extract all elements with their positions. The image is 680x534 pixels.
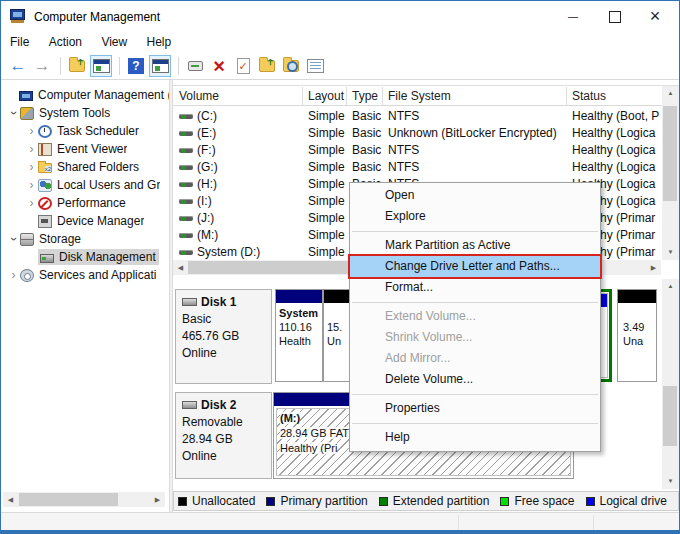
screen-tip-icon[interactable] <box>184 55 206 77</box>
menu-item-change-drive-letter[interactable]: Change Drive Letter and Paths... <box>350 256 600 277</box>
tree-item-shared-folders[interactable]: Shared Folders <box>1 158 169 176</box>
menu-item-help[interactable]: Help <box>350 427 600 448</box>
chevron-collapsed-icon[interactable] <box>25 124 38 138</box>
legend-primary-partition: Primary partition <box>266 494 367 508</box>
volume-row-e[interactable]: (E:)Simple BasicUnknown (BitLocker Encry… <box>173 125 662 142</box>
disk-view-vertical-scrollbar[interactable]: ▲ ▼ <box>662 279 679 489</box>
disk1-label-box[interactable]: Disk 1 Basic 465.76 GB Online <box>175 289 272 384</box>
chevron-collapsed-icon[interactable] <box>7 268 20 282</box>
scrollbar-thumb[interactable] <box>663 106 677 201</box>
tree-item-local-users-groups[interactable]: Local Users and Gr <box>1 176 169 194</box>
column-type[interactable]: Type <box>352 89 378 103</box>
menu-separator <box>352 302 598 303</box>
menu-separator <box>352 394 598 395</box>
performance-icon <box>38 197 52 210</box>
tree-item-system-tools[interactable]: System Tools <box>1 104 169 122</box>
menu-item-delete-volume[interactable]: Delete Volume... <box>350 369 600 390</box>
chevron-expanded-icon[interactable] <box>7 232 20 246</box>
clock-icon <box>38 125 52 138</box>
menu-item-mark-partition-active[interactable]: Mark Partition as Active <box>350 235 600 256</box>
disk1-partition-unallocated-2[interactable]: 3.49 Una <box>617 289 657 382</box>
minimize-button[interactable] <box>553 1 593 32</box>
menu-view[interactable]: View <box>101 32 136 49</box>
volume-row-c[interactable]: (C:)Simple BasicNTFS Healthy (Boot, P <box>173 108 662 125</box>
scroll-up-icon[interactable]: ▲ <box>663 86 678 101</box>
scroll-left-icon[interactable]: ◀ <box>173 260 188 275</box>
selected-tree-item: Disk Management <box>38 249 159 265</box>
tree-item-disk-management[interactable]: Disk Management <box>1 248 169 266</box>
maximize-button[interactable] <box>595 1 635 32</box>
sidebar-horizontal-scrollbar[interactable]: ◀ ▶ <box>3 492 165 507</box>
volume-row-g[interactable]: (G:)Simple BasicNTFS Healthy (Logica <box>173 159 662 176</box>
unallocated-color-swatch <box>178 497 187 506</box>
scrollbar-thumb[interactable] <box>188 261 348 274</box>
scroll-right-icon[interactable]: ▶ <box>646 260 661 275</box>
tree-item-task-scheduler[interactable]: Task Scheduler <box>1 122 169 140</box>
legend-unallocated: Unallocated <box>178 494 255 508</box>
tree-item-event-viewer[interactable]: Event Viewer <box>1 140 169 158</box>
up-folder-icon[interactable] <box>66 55 88 77</box>
tree-item-device-manager[interactable]: Device Manager <box>1 212 169 230</box>
menu-item-extend-volume: Extend Volume... <box>350 306 600 327</box>
menu-file[interactable]: File <box>10 32 38 49</box>
menu-help[interactable]: Help <box>147 32 181 49</box>
disk2-kind: Removable <box>182 415 271 429</box>
back-arrow-icon[interactable] <box>7 55 29 77</box>
disk2-label-box[interactable]: Disk 2 Removable 28.94 GB Online <box>175 392 272 479</box>
users-icon <box>38 179 52 192</box>
column-layout[interactable]: Layout <box>308 89 344 103</box>
toolbar-separator <box>178 57 179 75</box>
scroll-right-icon[interactable]: ▶ <box>150 492 165 507</box>
legend-extended-partition: Extended partition <box>379 494 490 508</box>
toolbar-separator <box>119 57 120 75</box>
help-icon[interactable]: ? <box>125 55 147 77</box>
console-tree-icon[interactable] <box>90 55 112 77</box>
menu-separator <box>352 231 598 232</box>
list-properties-icon[interactable] <box>304 55 326 77</box>
chevron-expanded-icon[interactable] <box>7 106 20 120</box>
disk1-partition-system[interactable]: System 110.16 Health <box>275 289 323 382</box>
computer-icon <box>19 91 33 101</box>
chevron-collapsed-icon[interactable] <box>25 160 38 174</box>
primary-partition-color-swatch <box>266 497 275 506</box>
volume-icon <box>179 148 193 153</box>
extended-partition-color-swatch <box>379 497 388 506</box>
menu-item-format[interactable]: Format... <box>350 277 600 298</box>
delete-icon[interactable] <box>208 55 230 77</box>
menu-item-open[interactable]: Open <box>350 185 600 206</box>
forward-arrow-icon[interactable] <box>31 55 53 77</box>
toolbar: ? <box>1 53 679 80</box>
export-folder-icon[interactable] <box>256 55 278 77</box>
computer-management-window: Computer Management File Action View Hel… <box>0 0 680 534</box>
volume-row-f[interactable]: (F:)Simple BasicNTFS Healthy (Logica <box>173 142 662 159</box>
tree-item-storage[interactable]: Storage <box>1 230 169 248</box>
tree-item-performance[interactable]: Performance <box>1 194 169 212</box>
search-folder-icon[interactable] <box>280 55 302 77</box>
scrollbar-thumb[interactable] <box>663 386 677 446</box>
scroll-left-icon[interactable]: ◀ <box>3 492 18 507</box>
volume-list-vertical-scrollbar[interactable]: ▲ ▼ <box>662 86 679 260</box>
scroll-down-icon[interactable]: ▼ <box>663 474 678 489</box>
chevron-collapsed-icon[interactable] <box>25 142 38 156</box>
scroll-down-icon[interactable]: ▼ <box>663 245 678 260</box>
check-document-icon[interactable] <box>232 55 254 77</box>
menu-action[interactable]: Action <box>49 32 91 49</box>
legend-free-space: Free space <box>500 494 574 508</box>
scroll-up-icon[interactable]: ▲ <box>663 279 678 294</box>
column-status[interactable]: Status <box>572 89 606 103</box>
chevron-collapsed-icon[interactable] <box>25 196 38 210</box>
book-icon <box>38 143 52 156</box>
scrollbar-thumb[interactable] <box>19 493 118 506</box>
column-volume[interactable]: Volume <box>179 89 219 103</box>
close-button[interactable] <box>635 1 675 32</box>
menu-item-explore[interactable]: Explore <box>350 206 600 227</box>
volume-icon <box>179 233 193 238</box>
chevron-collapsed-icon[interactable] <box>25 178 38 192</box>
console-window-icon[interactable] <box>149 55 171 77</box>
column-file-system[interactable]: File System <box>388 89 451 103</box>
menu-item-properties[interactable]: Properties <box>350 398 600 419</box>
tree-item-services-applications[interactable]: Services and Applicati <box>1 266 169 284</box>
disk1-size: 465.76 GB <box>182 329 271 343</box>
toolbar-separator <box>60 57 61 75</box>
tree-item-computer-management[interactable]: Computer Management ( <box>1 86 169 104</box>
